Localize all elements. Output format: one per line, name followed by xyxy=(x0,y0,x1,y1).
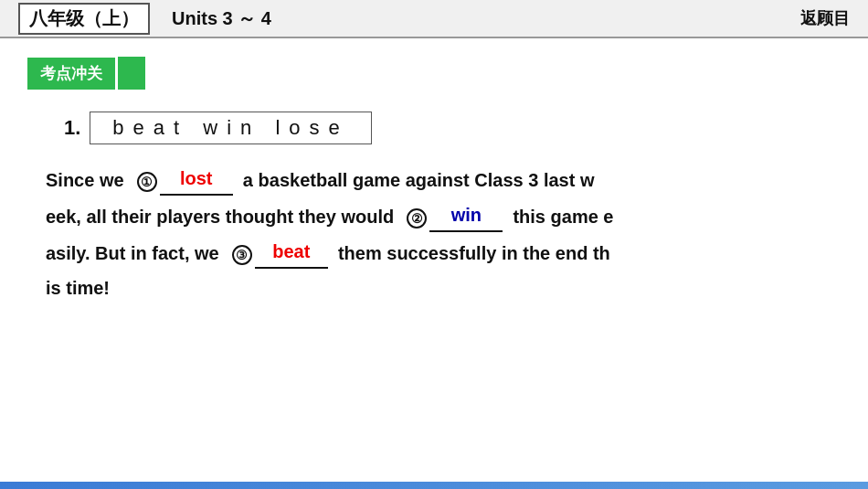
section-tag: 考点冲关 xyxy=(27,58,115,90)
main-content: 考点冲关 1. beat win lose Since we ①lost a b… xyxy=(0,38,868,325)
header-left: 八年级（上） Units 3 ～ 4 xyxy=(18,3,271,35)
blank-2: win xyxy=(429,199,503,232)
circle-3: ③ xyxy=(232,245,252,265)
passage-part4: this game e xyxy=(513,207,613,227)
answer-1: lost xyxy=(180,168,213,188)
passage-line3: asily. But in fact, we ③beat them succes… xyxy=(46,236,841,269)
passage-part7: is time! xyxy=(46,278,110,298)
blank-1: lost xyxy=(160,163,233,196)
grade-title: 八年级（上） xyxy=(18,3,150,35)
passage-intro: Since we xyxy=(46,170,124,190)
question-row: 1. beat win lose xyxy=(64,112,841,144)
word-box: beat win lose xyxy=(90,112,371,144)
circle-2: ② xyxy=(407,208,427,229)
circle-1: ① xyxy=(137,172,157,192)
header: 八年级（上） Units 3 ～ 4 返顾目 xyxy=(0,0,868,38)
tag-bar-decoration xyxy=(118,57,145,90)
passage-part3: eek, all their players thought they woul… xyxy=(46,207,394,227)
passage-part2: a basketball game against Class 3 last w xyxy=(243,170,595,190)
question-number: 1. xyxy=(64,116,80,140)
back-button[interactable]: 返顾目 xyxy=(800,7,850,29)
answer-2: win xyxy=(451,205,482,225)
passage-line2: eek, all their players thought they woul… xyxy=(46,199,841,232)
blank-3: beat xyxy=(255,236,328,269)
tag-row: 考点冲关 xyxy=(27,57,841,90)
passage: Since we ①lost a basketball game against… xyxy=(46,163,841,303)
passage-line4: is time! xyxy=(46,272,841,303)
passage-part5: asily. But in fact, we xyxy=(46,243,219,263)
passage-line1: Since we ①lost a basketball game against… xyxy=(46,163,841,196)
footer-bar xyxy=(0,482,868,489)
answer-3: beat xyxy=(272,241,310,261)
units-label: Units 3 ～ 4 xyxy=(172,6,271,31)
passage-part6: them successfully in the end th xyxy=(338,243,610,263)
